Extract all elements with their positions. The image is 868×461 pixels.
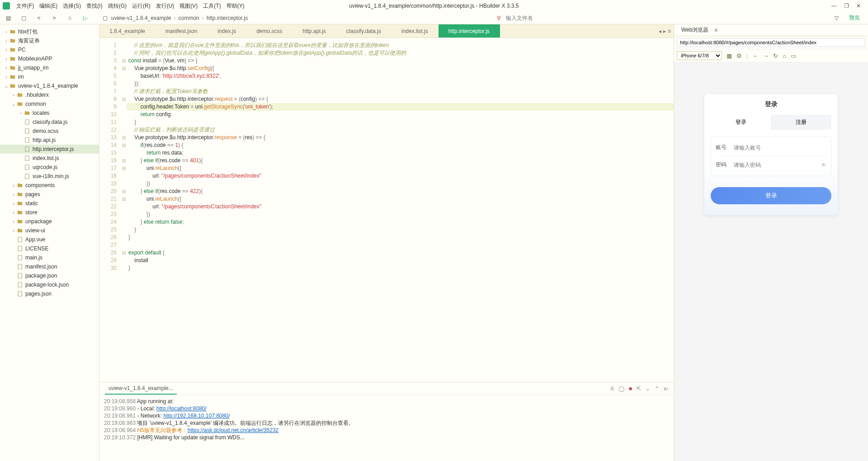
tree-item[interactable]: ›.hbuilderx — [0, 90, 99, 99]
code-line[interactable]: } else if(res.code == 422){ — [127, 188, 674, 195]
wv-home-icon[interactable]: ⌂ — [783, 52, 786, 59]
tree-item[interactable]: ›jj_uniapp_im — [0, 63, 99, 72]
code-line[interactable]: Vue.prototype.$u.http.interceptor.reques… — [127, 95, 674, 103]
filter-icon[interactable]: ▽ — [833, 14, 840, 22]
tree-item[interactable]: main.js — [0, 253, 99, 262]
code-line[interactable]: baseUrl: 'http://zhbcw3.xyz:8322', — [127, 72, 674, 80]
tree-item[interactable]: package-lock.json — [0, 280, 99, 289]
code-line[interactable]: install — [127, 257, 674, 264]
tree-item[interactable]: ›海富证券 — [0, 36, 99, 45]
filename-input[interactable] — [504, 14, 585, 22]
qr-icon[interactable]: ▦ — [726, 52, 732, 59]
code-line[interactable]: // 这里的vm，就是我们在vue文件里面的this，所以我们能在这里获取vue… — [127, 42, 674, 49]
menu-帮助(Y)[interactable]: 帮助(Y) — [224, 3, 247, 9]
tab-more-icon[interactable]: ≡ — [668, 28, 671, 34]
tree-item[interactable]: ›hbx打包 — [0, 27, 99, 36]
console-tab[interactable]: uview-v1_1.8.4_example... — [105, 382, 177, 395]
code-line[interactable]: // 同时，我们也可以在此使用getApp().globalData，如果你把t… — [127, 49, 674, 57]
tree-item[interactable]: index.list.js — [0, 154, 99, 163]
new-file-icon[interactable]: ▤ — [5, 14, 12, 22]
tree-item[interactable]: ›store — [0, 208, 99, 217]
code-line[interactable]: Vue.prototype.$u.http.setConfig({ — [127, 65, 674, 72]
code-line[interactable]: } — [127, 226, 674, 234]
code-line[interactable]: // 请求拦截，配置Token等参数 — [127, 88, 674, 95]
console-output[interactable]: 20:19:08.958 App running at:20:19:08.960… — [99, 395, 674, 461]
wv-devtools-icon[interactable]: ▭ — [791, 52, 796, 59]
tree-item[interactable]: http.api.js — [0, 136, 99, 145]
console-copy-icon[interactable]: ⎘ — [611, 386, 614, 392]
webview-url-input[interactable] — [677, 38, 865, 47]
code-line[interactable]: uni.reLaunch({ — [127, 165, 674, 172]
tree-item[interactable]: ›PC — [0, 45, 99, 54]
code-line[interactable]: url: "/pages/componentsC/actionSheet/ind… — [127, 203, 674, 211]
device-select[interactable]: iPhone 6/7/8 — [677, 51, 722, 60]
editor-tab[interactable]: manifest.json — [156, 24, 208, 38]
eye-icon[interactable]: 👁 — [821, 162, 826, 168]
tree-item[interactable]: package.json — [0, 271, 99, 280]
tree-item[interactable]: ›im — [0, 72, 99, 81]
tab-prev-icon[interactable]: ◂ — [659, 28, 661, 34]
menu-跳转(G)[interactable]: 跳转(G) — [105, 3, 129, 9]
wv-forward-icon[interactable]: → — [763, 52, 769, 59]
console-stop-icon[interactable]: ◯ — [618, 386, 624, 392]
menu-查找(I)[interactable]: 查找(I) — [84, 3, 105, 9]
code-line[interactable]: url: "/pages/componentsC/actionSheet/ind… — [127, 172, 674, 180]
close-icon[interactable]: ✕ — [856, 3, 861, 9]
tree-item[interactable]: ›MobileuinAPP — [0, 54, 99, 63]
console-expand-icon[interactable]: ⌃ — [655, 386, 659, 392]
editor-tab[interactable]: 1.8.4_example — [99, 24, 156, 38]
console-link[interactable]: http://192.168.10.107:8080/ — [163, 413, 230, 419]
preview-button[interactable]: 预览 — [845, 13, 863, 23]
code-line[interactable] — [127, 241, 674, 249]
tree-item[interactable]: ›uview-ui — [0, 226, 99, 235]
field-input[interactable] — [734, 145, 826, 151]
menu-视图(V)[interactable]: 视图(V) — [177, 3, 200, 9]
code-line[interactable]: } — [127, 118, 674, 126]
back-icon[interactable]: < — [35, 14, 42, 22]
editor-tab[interactable]: index.js — [208, 24, 246, 38]
code-editor[interactable]: 1234567891011121314151617181920212223242… — [99, 38, 674, 382]
maximize-icon[interactable]: ❐ — [844, 3, 849, 9]
code-line[interactable]: return config; — [127, 111, 674, 118]
wv-refresh-icon[interactable]: ↻ — [773, 52, 778, 59]
crumb-folder[interactable]: common — [179, 15, 199, 21]
tree-item[interactable]: LICENSE — [0, 244, 99, 253]
tree-item[interactable]: http.interceptor.js — [0, 145, 99, 154]
console-close-icon[interactable]: x› — [664, 386, 668, 392]
editor-tab[interactable]: http.api.js — [292, 24, 336, 38]
tree-item[interactable]: App.vue — [0, 235, 99, 244]
tree-item[interactable]: ›locales — [0, 108, 99, 118]
login-button[interactable]: 登录 — [711, 187, 831, 204]
tab-login[interactable]: 登录 — [711, 115, 771, 130]
code-line[interactable]: } else if(res.code == 401){ — [127, 157, 674, 165]
menu-发行(U)[interactable]: 发行(U) — [153, 3, 177, 9]
tree-item[interactable]: vue-i18n.min.js — [0, 172, 99, 181]
menu-工具(T)[interactable]: 工具(T) — [200, 3, 223, 9]
console-pin-icon[interactable]: ⇱ — [637, 386, 641, 392]
editor-tab[interactable]: index.list.js — [392, 24, 439, 38]
webview-close-icon[interactable]: ✕ — [714, 27, 718, 33]
code-line[interactable]: }) — [127, 211, 674, 218]
code-line[interactable]: const install = (Vue, vm) => { — [127, 57, 674, 65]
tree-item[interactable]: ›components — [0, 181, 99, 190]
editor-tab[interactable]: classify.data.js — [336, 24, 392, 38]
save-icon[interactable]: ▢ — [20, 14, 27, 22]
code-line[interactable]: } — [127, 234, 674, 241]
tree-item[interactable]: ⌄uview-v1_1.8.4_example — [0, 81, 99, 90]
wv-back-icon[interactable]: ← — [752, 52, 758, 59]
run-icon[interactable]: ▷ — [81, 14, 89, 22]
code-line[interactable]: } — [127, 264, 674, 272]
menu-文件(F)[interactable]: 文件(F) — [14, 3, 37, 9]
tree-item[interactable]: ⌄common — [0, 99, 99, 108]
star-icon[interactable]: ☆ — [66, 14, 73, 22]
editor-tab[interactable]: demo.scss — [246, 24, 292, 38]
field-input[interactable] — [734, 162, 821, 168]
tree-item[interactable]: classify.data.js — [0, 118, 99, 127]
menu-选择(S)[interactable]: 选择(S) — [60, 3, 84, 9]
tree-item[interactable]: ›pages — [0, 190, 99, 199]
console-clear-icon[interactable]: ■ — [629, 386, 632, 392]
code-line[interactable]: } else return false; — [127, 218, 674, 226]
webview-tab[interactable]: Web浏览器 — [678, 25, 712, 35]
code-line[interactable]: return res.data; — [127, 149, 674, 157]
settings-icon[interactable]: ⚙ — [736, 52, 742, 59]
